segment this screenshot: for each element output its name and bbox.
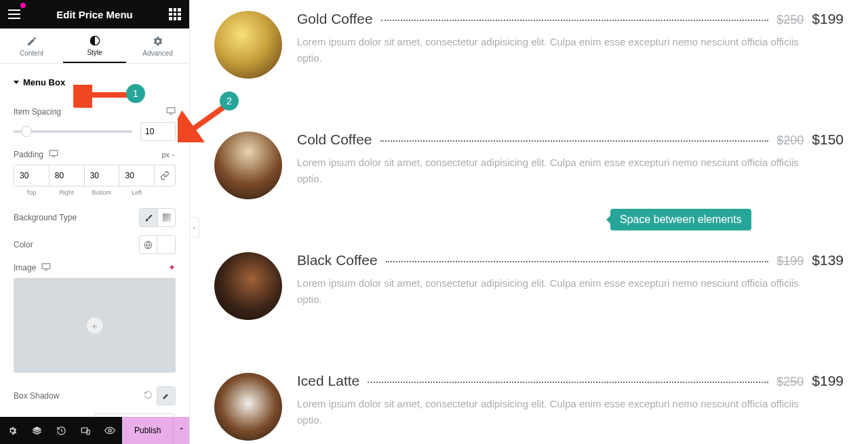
menu-item-description: Lorem ipsum dolor sit amet, consectetur … bbox=[297, 34, 812, 66]
brush-icon bbox=[144, 214, 153, 222]
panel-tabs: Content Style Advanced bbox=[0, 28, 189, 64]
menu-item-price: $150 bbox=[812, 132, 844, 148]
annotation-callout: Space between elements bbox=[610, 209, 751, 230]
settings-icon[interactable] bbox=[0, 417, 24, 444]
item-spacing-slider[interactable] bbox=[14, 130, 132, 133]
menu-item-title: Iced Latte bbox=[297, 373, 359, 389]
color-control bbox=[139, 235, 176, 254]
price-menu-item: Iced Latte $250 $199 Lorem ipsum dolor s… bbox=[214, 366, 844, 444]
history-icon[interactable] bbox=[49, 417, 73, 444]
padding-bottom-input[interactable] bbox=[85, 165, 120, 186]
panel-title: Edit Price Menu bbox=[56, 9, 133, 20]
menu-item-price: $199 bbox=[812, 11, 844, 27]
editor-top-bar: Edit Price Menu bbox=[0, 0, 189, 28]
publish-options-button[interactable]: ⌃ bbox=[173, 417, 189, 444]
responsive-icon[interactable] bbox=[49, 149, 58, 159]
menu-item-body: Black Coffee $199 $139 Lorem ipsum dolor… bbox=[297, 252, 844, 308]
notification-dot-icon bbox=[20, 3, 26, 8]
menu-item-image bbox=[214, 11, 282, 79]
tab-label: Content bbox=[20, 49, 43, 57]
responsive-mode-icon[interactable] bbox=[73, 417, 98, 444]
tab-label: Style bbox=[87, 49, 102, 56]
tab-advanced[interactable]: Advanced bbox=[126, 28, 189, 63]
menu-item-title: Cold Coffee bbox=[297, 132, 372, 148]
caret-down-icon bbox=[14, 81, 19, 84]
apps-icon[interactable] bbox=[169, 8, 181, 20]
padding-label-bottom: Bottom bbox=[84, 189, 119, 196]
svg-rect-4 bbox=[43, 264, 51, 269]
reset-icon[interactable] bbox=[144, 390, 153, 401]
padding-label: Padding bbox=[14, 150, 43, 159]
annotation-bubble-2: 2 bbox=[220, 92, 239, 110]
padding-label-top: Top bbox=[14, 189, 49, 196]
padding-top-input[interactable] bbox=[14, 165, 50, 186]
chevron-up-icon: ⌃ bbox=[178, 426, 184, 435]
editor-sidebar: Edit Price Menu Content Style Advanced M… bbox=[0, 0, 190, 444]
section-title: Menu Box bbox=[23, 77, 65, 87]
responsive-icon[interactable] bbox=[166, 106, 176, 117]
menu-item-body: Gold Coffee $250 $199 Lorem ipsum dolor … bbox=[297, 11, 844, 66]
color-label: Color bbox=[14, 240, 33, 249]
menu-item-image bbox=[214, 252, 282, 320]
separator-line bbox=[381, 20, 769, 21]
image-picker[interactable]: + bbox=[14, 278, 176, 373]
item-spacing-label: Item Spacing bbox=[14, 107, 61, 117]
color-swatch[interactable] bbox=[157, 236, 175, 254]
annotation-bubble-1: 1 bbox=[126, 84, 145, 103]
background-type-label: Background Type bbox=[14, 213, 77, 222]
menu-item-old-price: $250 bbox=[776, 375, 804, 389]
menu-item-description: Lorem ipsum dolor sit amet, consectetur … bbox=[297, 275, 812, 308]
padding-left-input[interactable] bbox=[119, 165, 155, 186]
bg-gradient-button[interactable] bbox=[157, 209, 175, 226]
tab-style[interactable]: Style bbox=[63, 28, 126, 63]
price-menu-item: Black Coffee $199 $139 Lorem ipsum dolor… bbox=[214, 245, 844, 339]
padding-label-right: Right bbox=[49, 189, 84, 196]
style-panel: Menu Box Item Spacing Padding bbox=[0, 64, 189, 417]
menu-item-price: $139 bbox=[812, 252, 844, 268]
menu-item-image bbox=[214, 132, 282, 199]
global-color-icon[interactable] bbox=[140, 236, 157, 254]
svg-point-7 bbox=[108, 429, 111, 432]
editor-footer: Publish ⌃ bbox=[0, 417, 189, 444]
navigator-icon[interactable] bbox=[24, 417, 49, 444]
preview-icon[interactable] bbox=[98, 417, 122, 444]
svg-rect-1 bbox=[167, 108, 175, 113]
price-menu-item: Gold Coffee $250 $199 Lorem ipsum dolor … bbox=[214, 4, 844, 98]
canvas-preview: Gold Coffee $250 $199 Lorem ipsum dolor … bbox=[190, 0, 868, 444]
bg-classic-button[interactable] bbox=[140, 209, 157, 226]
menu-item-body: Iced Latte $250 $199 Lorem ipsum dolor s… bbox=[297, 373, 844, 428]
menu-item-old-price: $200 bbox=[776, 134, 804, 148]
padding-label-left: Left bbox=[119, 189, 155, 196]
ai-sparkle-icon[interactable]: ✦ bbox=[168, 262, 176, 273]
svg-rect-2 bbox=[50, 150, 58, 156]
padding-unit-select[interactable]: px⌄ bbox=[161, 150, 176, 159]
section-menu-box[interactable]: Menu Box bbox=[14, 64, 176, 98]
responsive-icon[interactable] bbox=[41, 262, 51, 273]
background-type-group bbox=[139, 208, 176, 227]
menu-item-description: Lorem ipsum dolor sit amet, consectetur … bbox=[297, 396, 812, 428]
gear-icon bbox=[153, 36, 163, 47]
tab-label: Advanced bbox=[142, 49, 172, 57]
price-menu-item: Cold Coffee $200 $150 Lorem ipsum dolor … bbox=[214, 125, 844, 218]
link-values-icon[interactable] bbox=[155, 165, 175, 186]
pencil-icon bbox=[162, 392, 170, 400]
menu-item-old-price: $199 bbox=[776, 254, 804, 268]
padding-right-input[interactable] bbox=[50, 165, 85, 186]
separator-line bbox=[386, 261, 769, 262]
pencil-icon bbox=[26, 36, 37, 47]
menu-icon[interactable] bbox=[8, 9, 20, 19]
publish-button[interactable]: Publish bbox=[122, 417, 173, 444]
menu-item-old-price: $250 bbox=[776, 13, 804, 27]
separator-line bbox=[380, 140, 769, 142]
menu-item-title: Gold Coffee bbox=[297, 11, 373, 27]
plus-icon: + bbox=[87, 317, 103, 334]
box-shadow-edit-button[interactable] bbox=[157, 387, 175, 405]
menu-item-price: $199 bbox=[812, 373, 844, 389]
item-spacing-input[interactable] bbox=[140, 122, 176, 141]
padding-inputs bbox=[14, 165, 176, 186]
box-shadow-label: Box Shadow bbox=[14, 391, 59, 401]
separator-line bbox=[368, 382, 768, 383]
menu-item-image bbox=[214, 373, 282, 441]
tab-content[interactable]: Content bbox=[0, 28, 63, 63]
menu-item-description: Lorem ipsum dolor sit amet, consectetur … bbox=[297, 155, 812, 187]
